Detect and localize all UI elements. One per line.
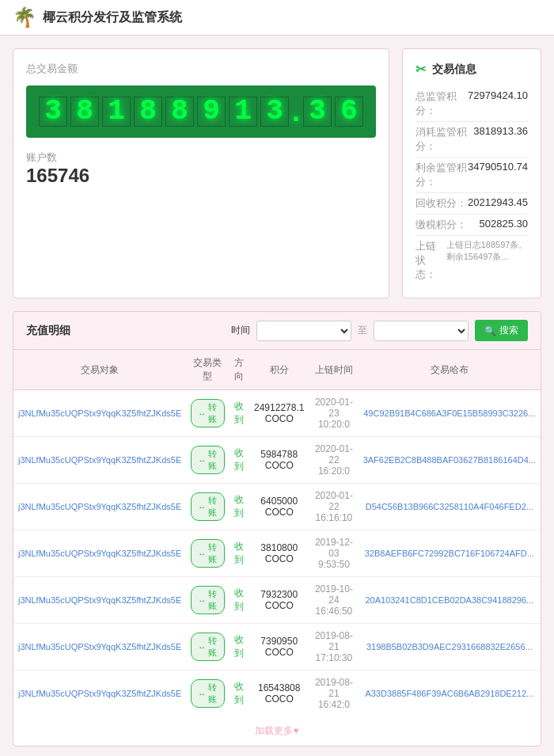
total-amount-card: 总交易金额 3 8 1 8 8 9 1 3 . 3 6 账户数 165746 <box>13 48 389 298</box>
transfer-badge: ↔ 转账 <box>191 492 224 521</box>
recharge-row: j3NLfMu35cUQPStx9YqqK3Z5fhtZJKds5E ↔ 转账 … <box>13 577 541 624</box>
digit-8: 3 <box>260 97 289 127</box>
recharge-hash[interactable]: 32B8AEFB6FC72992BC716F106724AFD... <box>359 530 541 577</box>
recharge-amount: 7932300 COCO <box>249 577 309 624</box>
app-title: 椰云积分发行及监管系统 <box>43 9 182 26</box>
digit-6: 9 <box>197 97 226 127</box>
transfer-icon: ↔ <box>198 549 206 558</box>
recharge-party[interactable]: j3NLfMu35cUQPStx9YqqK3Z5fhtZJKds5E <box>13 671 186 717</box>
total-amount-label: 总交易金额 <box>26 62 376 76</box>
transfer-badge: ↔ 转账 <box>191 633 224 661</box>
trade-info-row-4: 回收积分： 20212943.45 <box>416 193 528 215</box>
recharge-type: ↔ 转账 <box>186 624 229 671</box>
trade-val-4: 20212943.45 <box>468 196 528 211</box>
recharge-hash[interactable]: 3198B5B02B3D9AEC2931668832E2656... <box>359 624 541 671</box>
recharge-row: j3NLfMu35cUQPStx9YqqK3Z5fhtZJKds5E ↔ 转账 … <box>13 671 541 717</box>
digit-5: 8 <box>165 97 194 127</box>
trade-key-6: 上链状态： <box>416 239 446 282</box>
recharge-party[interactable]: j3NLfMu35cUQPStx9YqqK3Z5fhtZJKds5E <box>13 437 186 484</box>
recharge-amount: 3810800 COCO <box>249 530 309 577</box>
recharge-type: ↔ 转账 <box>186 577 229 624</box>
trade-info-row-6: 上链状态： 上链日志188597条,剩余156497条... <box>416 236 528 285</box>
trade-key-2: 消耗监管积分： <box>416 125 473 154</box>
recharge-section: 充值明细 时间 至 🔍 搜索 交易对象 交易类型 <box>13 311 541 747</box>
trade-key-3: 利余监管积分： <box>416 161 468 189</box>
recharge-section-header: 充值明细 时间 至 🔍 搜索 <box>13 312 541 350</box>
digital-display: 3 8 1 8 8 9 1 3 . 3 6 <box>26 85 376 138</box>
recharge-time: 2020-01-22 16:20:0 <box>309 437 358 484</box>
recharge-filter-row: 时间 至 🔍 搜索 <box>231 320 528 341</box>
col-amount: 积分 <box>249 350 309 390</box>
dashboard-row: 总交易金额 3 8 1 8 8 9 1 3 . 3 6 账户数 165746 ✂… <box>13 48 541 298</box>
recharge-hash[interactable]: 3AF62EB2C8B488BAF03627B8186164D4... <box>359 437 541 484</box>
trade-info-title: 交易信息 <box>432 63 476 77</box>
time-from-select[interactable] <box>256 321 351 341</box>
recharge-row: j3NLfMu35cUQPStx9YqqK3Z5fhtZJKds5E ↔ 转账 … <box>13 390 541 437</box>
recharge-row: j3NLfMu35cUQPStx9YqqK3Z5fhtZJKds5E ↔ 转账 … <box>13 437 541 484</box>
recharge-amount: 5984788 COCO <box>249 437 309 484</box>
digit-4: 8 <box>134 97 162 127</box>
trade-val-3: 34790510.74 <box>468 161 528 189</box>
scissors-icon: ✂ <box>416 62 426 77</box>
recharge-hash[interactable]: A33D3885F486F39AC6B6AB2918DE212... <box>359 671 541 717</box>
recharge-time: 2019-08-21 16:42:0 <box>309 671 358 717</box>
recharge-dir: 收到 <box>230 671 249 717</box>
recharge-amount: 16543808 COCO <box>249 671 309 717</box>
recharge-type: ↔ 转账 <box>186 390 229 437</box>
col-type: 交易类型 <box>186 350 229 390</box>
transfer-icon: ↔ <box>198 456 206 465</box>
recharge-type: ↔ 转账 <box>186 530 229 577</box>
trade-info-row-2: 消耗监管积分： 3818913.36 <box>416 122 528 158</box>
digit-2: 8 <box>70 97 99 127</box>
load-more-button[interactable]: 加载更多♥ <box>13 716 541 746</box>
recharge-time: 2019-08-21 17:10:30 <box>309 624 358 671</box>
recharge-party[interactable]: j3NLfMu35cUQPStx9YqqK3Z5fhtZJKds5E <box>13 484 186 530</box>
search-icon: 🔍 <box>484 325 496 336</box>
recharge-party[interactable]: j3NLfMu35cUQPStx9YqqK3Z5fhtZJKds5E <box>13 577 186 624</box>
recharge-type: ↔ 转账 <box>186 484 229 530</box>
recharge-party[interactable]: j3NLfMu35cUQPStx9YqqK3Z5fhtZJKds5E <box>13 624 186 671</box>
col-party: 交易对象 <box>13 350 186 390</box>
recharge-row: j3NLfMu35cUQPStx9YqqK3Z5fhtZJKds5E ↔ 转账 … <box>13 484 541 530</box>
account-number: 165746 <box>26 165 376 187</box>
col-dir: 方向 <box>230 350 249 390</box>
trade-info-header: ✂ 交易信息 <box>416 62 528 77</box>
transfer-badge: ↔ 转账 <box>191 399 224 427</box>
recharge-type: ↔ 转账 <box>186 671 229 717</box>
logo-icon: 🌴 <box>13 6 36 28</box>
trade-val-5: 502825.30 <box>480 218 528 232</box>
transfer-badge: ↔ 转账 <box>191 446 224 474</box>
transfer-icon: ↔ <box>198 596 206 605</box>
recharge-amount: 7390950 COCO <box>249 624 309 671</box>
recharge-party[interactable]: j3NLfMu35cUQPStx9YqqK3Z5fhtZJKds5E <box>13 530 186 577</box>
transfer-icon: ↔ <box>198 643 206 652</box>
trade-val-1: 72979424.10 <box>468 89 528 118</box>
recharge-hash[interactable]: 20A103241C8D1CEB02DA38C94188296... <box>359 577 541 624</box>
trade-val-2: 3818913.36 <box>473 125 528 154</box>
time-to-select[interactable] <box>374 321 469 341</box>
transfer-badge: ↔ 转账 <box>191 679 224 708</box>
recharge-dir: 收到 <box>230 577 249 624</box>
transfer-icon: ↔ <box>198 503 206 511</box>
trade-info-row-3: 利余监管积分： 34790510.74 <box>416 158 528 193</box>
transfer-badge: ↔ 转账 <box>191 586 224 614</box>
recharge-time: 2020-01-22 16:16:10 <box>309 484 358 530</box>
transfer-badge: ↔ 转账 <box>191 539 224 568</box>
trade-key-5: 缴税积分： <box>416 218 467 232</box>
recharge-type: ↔ 转账 <box>186 437 229 484</box>
transfer-icon: ↔ <box>198 409 206 418</box>
recharge-dir: 收到 <box>230 624 249 671</box>
recharge-hash[interactable]: 49C92B91B4C686A3F0E15B58993C3226... <box>359 390 541 437</box>
recharge-party[interactable]: j3NLfMu35cUQPStx9YqqK3Z5fhtZJKds5E <box>13 390 186 437</box>
col-hash: 交易哈布 <box>359 350 541 390</box>
recharge-row: j3NLfMu35cUQPStx9YqqK3Z5fhtZJKds5E ↔ 转账 … <box>13 624 541 671</box>
recharge-dir: 收到 <box>230 437 249 484</box>
recharge-hash[interactable]: D54C56B13B966C3258110A4F046FED2... <box>359 484 541 530</box>
transfer-icon: ↔ <box>198 690 206 698</box>
recharge-search-button[interactable]: 🔍 搜索 <box>475 320 528 341</box>
account-label: 账户数 <box>26 150 376 165</box>
trade-key-4: 回收积分： <box>416 196 467 211</box>
recharge-time: 2019-12-03 9:53:50 <box>309 530 358 577</box>
recharge-dir: 收到 <box>230 484 249 530</box>
recharge-table: 交易对象 交易类型 方向 积分 上链时间 交易哈布 j3NLfMu35cUQPS… <box>13 350 541 716</box>
